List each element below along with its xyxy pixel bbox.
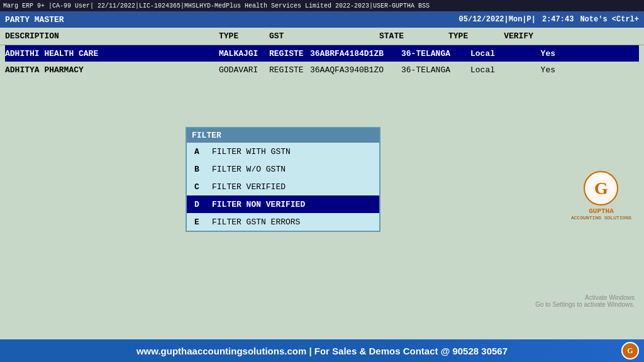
filter-label-a: FILTER WITH GSTN	[212, 147, 291, 156]
col-verify: VERIFY	[489, 31, 533, 41]
col-gst: GST	[269, 31, 379, 41]
filter-label-d: FILTER NON VERIFIED	[212, 200, 305, 209]
row2-desc: ADHITYA PHARMACY	[5, 65, 219, 75]
filter-key-e: E	[194, 217, 207, 227]
bottom-logo-icon: G	[621, 342, 639, 359]
row2-state: 36-TELANGA	[401, 65, 470, 75]
rows-area: ADHITHI HEALTH CARE MALKAJGI REGISTE 36A…	[0, 45, 644, 339]
header-notes: Note's <Ctrl+	[580, 15, 639, 24]
filter-key-d: D	[194, 200, 207, 209]
activate-line1: Activate Windows	[535, 294, 635, 301]
logo-area: G GUPTHA ACCOUNTING SOLUTIONS	[571, 171, 631, 221]
filter-label-b: FILTER W/O GSTN	[212, 165, 286, 174]
filter-popup: FILTER A FILTER WITH GSTN B FILTER W/O G…	[186, 127, 380, 232]
title-bar: Marg ERP 9+ |CA-99 User| 22/11/2022|LIC-…	[0, 0, 644, 11]
table-row[interactable]: ADHITYA PHARMACY GODAVARI REGISTE 36AAQF…	[5, 62, 639, 78]
filter-item-d[interactable]: D FILTER NON VERIFIED	[187, 195, 379, 213]
header-right: 05/12/2022|Mon|P| 2:47:43 Note's <Ctrl+	[459, 15, 639, 24]
row1-desc: ADHITHI HEALTH CARE	[5, 49, 219, 58]
filter-label-e: FILTER GSTN ERRORS	[212, 217, 300, 227]
filter-item-e[interactable]: E FILTER GSTN ERRORS	[187, 213, 379, 231]
table-row[interactable]: ADHITHI HEALTH CARE MALKAJGI REGISTE 36A…	[5, 45, 639, 62]
header-bar: PARTY MASTER 05/12/2022|Mon|P| 2:47:43 N…	[0, 11, 644, 28]
filter-key-b: B	[194, 165, 207, 174]
filter-title: FILTER	[187, 128, 379, 143]
row2-type2: Local	[470, 65, 511, 75]
logo-name: GUPTHA	[571, 207, 631, 215]
row1-type2: Local	[470, 49, 511, 58]
filter-label-c: FILTER VERIFIED	[212, 182, 286, 192]
row1-reg: REGISTE	[269, 49, 310, 58]
title-bar-text: Marg ERP 9+ |CA-99 User| 22/11/2022|LIC-…	[3, 3, 430, 9]
col-type2: TYPE	[448, 31, 489, 41]
header-date: 05/12/2022|Mon|P|	[459, 15, 536, 24]
logo-circle: G	[584, 171, 618, 206]
filter-key-a: A	[194, 147, 207, 156]
row2-type: GODAVARI	[219, 65, 269, 75]
activate-line2: Go to Settings to activate Windows.	[535, 301, 635, 308]
row1-gstin: 36ABRFA4184D1ZB	[310, 49, 401, 58]
col-description: DESCRIPTION	[5, 31, 219, 41]
filter-item-c[interactable]: C FILTER VERIFIED	[187, 178, 379, 195]
row2-gstin: 36AAQFA3940B1ZO	[310, 65, 401, 75]
logo-subtext: ACCOUNTING SOLUTIONS	[571, 215, 631, 221]
party-master-title: PARTY MASTER	[5, 15, 64, 25]
filter-key-c: C	[194, 182, 207, 192]
bottom-bar: www.gupthaaccountingsolutions.com | For …	[0, 339, 644, 362]
filter-item-a[interactable]: A FILTER WITH GSTN	[187, 143, 379, 160]
row2-verify: Yes	[511, 65, 555, 75]
header-time: 2:47:43	[542, 15, 574, 24]
bottom-text: www.gupthaaccountingsolutions.com | For …	[136, 346, 508, 356]
row2-reg: REGISTE	[269, 65, 310, 75]
column-headers: DESCRIPTION TYPE GST STATE TYPE VERIFY	[0, 28, 644, 45]
row1-state: 36-TELANGA	[401, 49, 470, 58]
col-state: STATE	[379, 31, 448, 41]
logo-letter: G	[594, 178, 608, 199]
row1-verify: Yes	[511, 49, 555, 58]
row1-type: MALKAJGI	[219, 49, 269, 58]
col-type: TYPE	[219, 31, 269, 41]
activate-windows: Activate Windows Go to Settings to activ…	[535, 294, 635, 308]
filter-item-b[interactable]: B FILTER W/O GSTN	[187, 160, 379, 178]
